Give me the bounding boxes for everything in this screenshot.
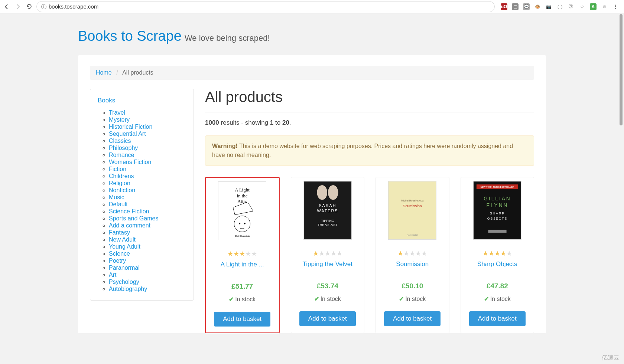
star-icon: ★ — [251, 250, 257, 258]
category-link[interactable]: Historical Fiction — [109, 124, 152, 130]
category-item: New Adult — [109, 236, 186, 243]
product-card: SARAHWATERSTIPPINGTHE VELVET★★★★★Tipping… — [291, 177, 365, 333]
svg-text:in the: in the — [237, 193, 248, 199]
site-title-link[interactable]: Books to Scrape — [78, 28, 182, 44]
category-link[interactable]: Sports and Games — [109, 215, 158, 222]
site-info-icon[interactable]: i — [41, 4, 46, 9]
menu-icon[interactable]: ⋮ — [612, 3, 619, 10]
extension-icon[interactable]: ◯ — [556, 3, 563, 10]
page-title: All products — [205, 89, 534, 112]
category-link[interactable]: Art — [109, 272, 116, 278]
category-link[interactable]: Young Adult — [109, 243, 140, 250]
category-link[interactable]: Music — [109, 194, 124, 200]
category-link[interactable]: Childrens — [109, 173, 134, 179]
product-card: NEW YORK TIMES BESTSELLERGILLIANFLYNNSHA… — [461, 177, 534, 333]
star-icon: ★ — [227, 250, 233, 258]
rating-stars: ★★★★★ — [397, 249, 427, 258]
category-link[interactable]: Poetry — [109, 258, 126, 264]
category-link[interactable]: Mystery — [109, 117, 130, 123]
skype-icon[interactable]: Ⓢ — [568, 3, 574, 10]
category-item: Historical Fiction — [109, 124, 186, 130]
category-link[interactable]: Classics — [109, 138, 131, 144]
category-link[interactable]: Paranormal — [109, 265, 140, 271]
star-icon: ★ — [319, 250, 325, 257]
add-to-basket-button[interactable]: Add to basket — [299, 311, 356, 326]
category-link[interactable]: Womens Fiction — [109, 159, 151, 165]
star-icon: ★ — [488, 250, 494, 257]
category-link[interactable]: New Adult — [109, 236, 136, 243]
product-card: A Lightin theAtticShel Silverstein★★★★★A… — [205, 177, 280, 333]
product-title-link[interactable]: Sharp Objects — [477, 260, 517, 268]
product-title-link[interactable]: A Light in the ... — [221, 261, 264, 268]
add-to-basket-button[interactable]: Add to basket — [384, 311, 441, 326]
product-image-link[interactable]: SARAHWATERSTIPPINGTHE VELVET — [303, 181, 352, 240]
svg-text:FLYNN: FLYNN — [486, 203, 508, 208]
bookmark-star-icon[interactable]: ☆ — [579, 3, 585, 10]
forward-button[interactable] — [14, 3, 22, 10]
extension-icon[interactable]: K — [590, 3, 597, 10]
category-item: Fantasy — [109, 229, 186, 236]
cast-icon[interactable]: ⎚ — [601, 3, 608, 10]
category-link[interactable]: Science — [109, 250, 130, 257]
category-card: Books TravelMysteryHistorical FictionSeq… — [90, 89, 194, 301]
extension-icon[interactable]: ▢ — [512, 3, 519, 10]
extension-icon[interactable]: 🐵 — [534, 3, 541, 10]
category-link[interactable]: Science Fiction — [109, 208, 149, 214]
category-link[interactable]: Travel — [109, 109, 125, 116]
product-image-link[interactable]: NEW YORK TIMES BESTSELLERGILLIANFLYNNSHA… — [473, 181, 521, 240]
star-icon: ★ — [233, 250, 239, 258]
star-icon: ★ — [421, 250, 427, 257]
star-icon: ★ — [239, 250, 245, 258]
product-title-link[interactable]: Tipping the Velvet — [302, 260, 352, 268]
category-link[interactable]: Fiction — [109, 166, 126, 172]
breadcrumb-home[interactable]: Home — [96, 69, 112, 76]
svg-text:TIPPING: TIPPING — [321, 219, 334, 223]
reload-button[interactable] — [25, 3, 33, 10]
category-item: Science Fiction — [109, 208, 186, 215]
svg-text:WATERS: WATERS — [317, 209, 338, 213]
product-title-link[interactable]: Soumission — [396, 260, 429, 268]
results-total: 1000 — [205, 119, 219, 126]
add-to-basket-button[interactable]: Add to basket — [214, 312, 270, 327]
category-item: Travel — [109, 109, 186, 116]
layout-row: Books TravelMysteryHistorical FictionSeq… — [90, 89, 534, 333]
category-link[interactable]: Religion — [109, 180, 130, 186]
product-availability: ✔In stock — [314, 295, 341, 302]
star-icon: ★ — [337, 250, 342, 257]
star-icon: ★ — [313, 250, 319, 257]
svg-text:Shel Silverstein: Shel Silverstein — [235, 235, 250, 237]
add-to-basket-button[interactable]: Add to basket — [469, 311, 526, 326]
scrollbar[interactable] — [620, 14, 623, 125]
product-availability: ✔In stock — [399, 295, 426, 302]
category-link[interactable]: Philosophy — [109, 145, 138, 151]
category-link[interactable]: Nonfiction — [109, 187, 135, 193]
category-link[interactable]: Add a comment — [109, 222, 150, 229]
sidebar-header-link[interactable]: Books — [98, 97, 115, 104]
address-bar[interactable]: i books.toscrape.com — [36, 1, 495, 12]
ublock-icon[interactable]: uO — [501, 3, 507, 10]
breadcrumb: Home / All products — [90, 66, 534, 80]
category-item: Young Adult — [109, 243, 186, 250]
svg-point-10 — [328, 185, 338, 200]
category-link[interactable]: Default — [109, 201, 128, 207]
category-link[interactable]: Fantasy — [109, 229, 130, 236]
extension-icon[interactable]: 💬 — [523, 3, 530, 10]
svg-text:Soumission: Soumission — [403, 204, 422, 208]
svg-text:SHARP: SHARP — [490, 211, 505, 215]
category-link[interactable]: Psychology — [109, 279, 139, 285]
category-item: Womens Fiction — [109, 159, 186, 165]
category-link[interactable]: Romance — [109, 152, 134, 158]
svg-text:Michel Houellebecq: Michel Houellebecq — [401, 199, 423, 202]
results-from: 1 — [270, 119, 273, 126]
product-image-link[interactable]: Michel HouellebecqSoumissionFlammarion — [388, 181, 436, 240]
category-link[interactable]: Autobiography — [109, 286, 147, 292]
category-link[interactable]: Sequential Art — [109, 131, 146, 137]
alert-warning: Warning! This is a demo website for web … — [205, 135, 534, 166]
product-card: Michel HouellebecqSoumissionFlammarion★★… — [376, 177, 449, 333]
product-image-link[interactable]: A Lightin theAtticShel Silverstein — [218, 181, 266, 240]
extension-icons: uO ▢ 💬 🐵 📷 ◯ Ⓢ ☆ K ⎚ ⋮ — [498, 3, 621, 10]
rating-stars: ★★★★★ — [482, 249, 512, 258]
sidebar: Books TravelMysteryHistorical FictionSeq… — [90, 89, 194, 333]
extension-icon[interactable]: 📷 — [545, 3, 552, 10]
back-button[interactable] — [3, 3, 10, 10]
